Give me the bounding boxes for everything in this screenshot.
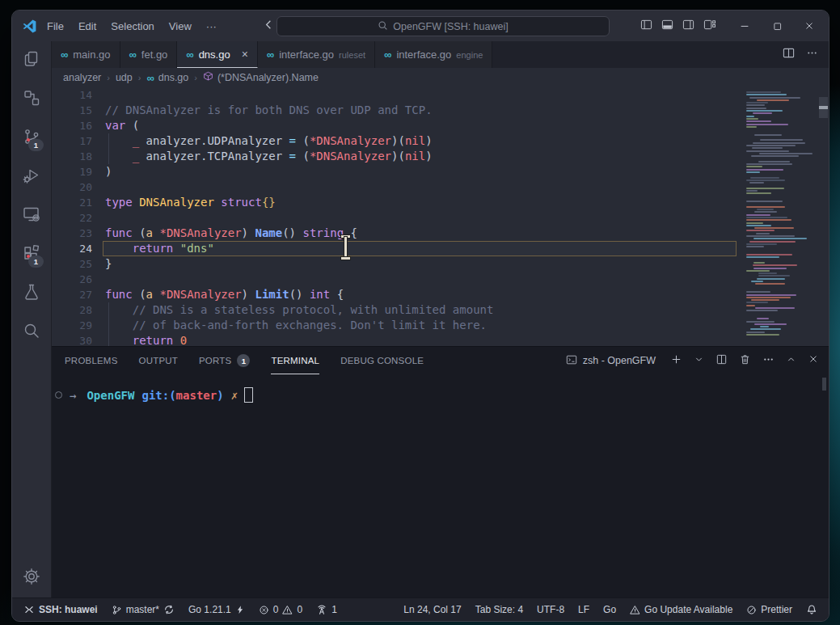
toggle-secondary-sidebar-icon[interactable] xyxy=(682,19,694,34)
split-terminal-icon[interactable] xyxy=(715,353,728,369)
tab-interface.go-ruleset[interactable]: ∞interface.goruleset xyxy=(258,41,375,68)
go-back-icon[interactable] xyxy=(263,19,275,34)
status-notifications[interactable] xyxy=(806,604,817,615)
activity-extensions[interactable]: 1 xyxy=(12,235,51,274)
code-line-30[interactable]: 30 return 0 xyxy=(52,333,741,346)
menu-edit[interactable]: Edit xyxy=(71,18,103,35)
breadcrumb-item[interactable]: (*DNSAnalyzer).Name xyxy=(203,71,319,84)
close-button[interactable] xyxy=(798,20,821,32)
tab-fet.go[interactable]: ∞fet.go xyxy=(120,41,178,68)
breadcrumb-item[interactable]: ∞dns.go xyxy=(146,72,188,83)
maximize-panel-icon[interactable] xyxy=(786,353,796,368)
new-terminal-icon[interactable] xyxy=(670,353,682,369)
status-indentation[interactable]: Tab Size: 4 xyxy=(475,604,523,615)
status-prettier[interactable]: Prettier xyxy=(746,604,792,615)
panel-tab-debug-console[interactable]: DEBUG CONSOLE xyxy=(340,347,424,374)
editor-scrollbar[interactable] xyxy=(818,87,829,346)
status-go-update[interactable]: Go Update Available xyxy=(630,604,732,615)
status-cursor-position[interactable]: Ln 24, Col 17 xyxy=(403,604,461,615)
menu-selection[interactable]: Selection xyxy=(103,18,161,35)
breadcrumb-separator: › xyxy=(194,73,197,82)
panel-tab-ports[interactable]: PORTS1 xyxy=(199,347,250,374)
code-line-27[interactable]: 27func (a *DNSAnalyzer) Limit() int { xyxy=(52,287,741,302)
close-panel-icon[interactable] xyxy=(808,353,819,368)
code-line-15[interactable]: 15// DNSAnalyzer is for both DNS over UD… xyxy=(52,103,741,118)
code-line-24[interactable]: 24 return "dns" xyxy=(52,241,741,256)
maximize-button[interactable] xyxy=(766,21,788,32)
activity-source-control[interactable]: 1 xyxy=(12,119,51,158)
menu-more[interactable]: ··· xyxy=(199,18,224,35)
editor-more-actions-icon[interactable] xyxy=(806,47,818,62)
terminal[interactable]: → OpenGFW git:( master ) ✗ xyxy=(52,374,829,598)
badge: 1 xyxy=(28,255,44,268)
status-remote-indicator[interactable]: SSH: huawei xyxy=(23,604,98,615)
panel-tab-terminal[interactable]: TERMINAL xyxy=(271,347,319,374)
status-language-mode[interactable]: Go xyxy=(603,604,616,615)
panel-tab-label: PROBLEMS xyxy=(65,356,118,365)
panel-tab-output[interactable]: OUTPUT xyxy=(139,347,178,374)
tab-dns.go[interactable]: ∞dns.go× xyxy=(177,41,258,68)
terminal-dropdown-icon[interactable] xyxy=(694,353,704,368)
code-editor[interactable]: 1415// DNSAnalyzer is for both DNS over … xyxy=(52,87,829,346)
code-line-18[interactable]: 18 _ analyzer.TCPAnalyzer = (*DNSAnalyze… xyxy=(52,149,741,164)
activity-search[interactable] xyxy=(12,313,51,352)
status-forwarded-ports[interactable]: 1 xyxy=(316,604,337,615)
tab-main.go[interactable]: ∞main.go xyxy=(52,41,120,68)
activity-testing[interactable] xyxy=(12,274,51,313)
code-line-17[interactable]: 17 _ analyzer.UDPAnalyzer = (*DNSAnalyze… xyxy=(52,133,741,149)
menu-file[interactable]: File xyxy=(40,18,71,35)
breadcrumb-item[interactable]: udp xyxy=(116,72,133,83)
split-editor-icon[interactable] xyxy=(783,47,795,62)
kill-terminal-icon[interactable] xyxy=(739,353,751,369)
toggle-panel-icon[interactable] xyxy=(661,19,673,34)
breadcrumb-item[interactable]: analyzer xyxy=(63,72,101,83)
activity-run-and-debug[interactable] xyxy=(12,158,51,196)
minimap-line xyxy=(746,305,755,306)
code-line-21[interactable]: 21type DNSAnalyzer struct{} xyxy=(52,195,741,210)
minimap-line xyxy=(753,268,787,269)
status-end-of-line[interactable]: LF xyxy=(578,604,589,615)
command-decoration-icon[interactable] xyxy=(55,391,62,399)
menu-view[interactable]: View xyxy=(162,18,199,35)
toggle-sidebar-icon[interactable] xyxy=(640,19,652,34)
code-line-14[interactable]: 14 xyxy=(52,87,741,103)
panel-more-actions-icon[interactable] xyxy=(762,353,775,369)
code-line-28[interactable]: 28 // DNS is a stateless protocol, with … xyxy=(52,302,741,318)
activity-settings[interactable] xyxy=(12,559,51,598)
tab-interface.go-engine[interactable]: ∞interface.goengine xyxy=(375,41,492,68)
code-line-19[interactable]: 19) xyxy=(52,164,741,179)
panel-tab-problems[interactable]: PROBLEMS xyxy=(65,347,118,374)
status-encoding[interactable]: UTF-8 xyxy=(537,604,564,615)
activity-workspace-symbols[interactable] xyxy=(12,80,51,119)
status-go-version[interactable]: Go 1.21.1 xyxy=(188,604,245,615)
code-line-25[interactable]: 25} xyxy=(52,256,741,272)
minimize-button[interactable] xyxy=(733,20,756,32)
minimap-line xyxy=(746,179,785,181)
code-line-16[interactable]: 16var ( xyxy=(52,118,741,133)
tab-label: interface.go xyxy=(279,49,334,61)
code-line-29[interactable]: 29 // of back-and-forth exchanges. Don't… xyxy=(52,318,741,333)
activity-explorer[interactable] xyxy=(12,41,51,80)
code-area[interactable]: 1415// DNSAnalyzer is for both DNS over … xyxy=(52,87,741,346)
minimap-line xyxy=(753,238,807,239)
code-line-22[interactable]: 22 xyxy=(52,210,741,226)
code-line-26[interactable]: 26 xyxy=(52,272,741,287)
code-line-23[interactable]: 23func (a *DNSAnalyzer) Name() string { xyxy=(52,226,741,241)
code-text: type DNSAnalyzer struct{} xyxy=(105,195,276,210)
code-line-20[interactable]: 20 xyxy=(52,179,741,195)
git-branch-icon-2 xyxy=(163,604,175,615)
terminal-instance-label[interactable]: zsh - OpenGFW xyxy=(566,354,656,368)
notifications-icon xyxy=(806,604,817,615)
terminal-scrollbar[interactable] xyxy=(822,378,826,391)
tab-label: interface.go xyxy=(396,49,451,61)
activity-remote-explorer[interactable] xyxy=(12,196,51,235)
minimap[interactable] xyxy=(741,87,818,346)
status-problems[interactable]: 00 xyxy=(259,604,302,615)
code-text: var ( xyxy=(105,118,139,133)
customize-layout-icon[interactable] xyxy=(703,19,715,34)
close-tab-icon[interactable]: × xyxy=(242,49,248,60)
encoding-label: UTF-8 xyxy=(537,604,564,615)
status-git-branch[interactable]: master* xyxy=(112,604,175,615)
minimap-line xyxy=(755,307,795,309)
command-center-search[interactable]: OpenGFW [SSH: huawei] xyxy=(276,16,610,36)
